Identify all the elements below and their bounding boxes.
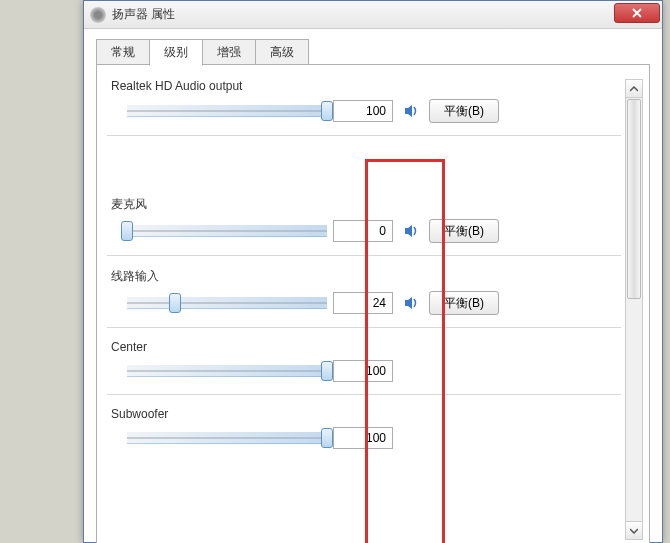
subwoofer-value[interactable] <box>333 427 393 449</box>
output-balance-button[interactable]: 平衡(B) <box>429 99 499 123</box>
levels-panel: Realtek HD Audio output 平衡(B) 麦克风 <box>96 65 650 543</box>
mic-mute-button[interactable] <box>399 219 423 243</box>
vertical-scrollbar[interactable] <box>625 79 643 540</box>
scroll-up-button[interactable] <box>626 80 642 98</box>
chevron-up-icon <box>630 86 638 92</box>
properties-dialog: 扬声器 属性 常规 级别 增强 高级 Realtek HD Audio outp… <box>83 0 663 543</box>
window-title: 扬声器 属性 <box>112 6 175 23</box>
linein-value[interactable] <box>333 292 393 314</box>
section-subwoofer: Subwoofer <box>107 407 621 461</box>
tab-strip: 常规 级别 增强 高级 <box>84 29 662 65</box>
mic-label: 麦克风 <box>111 196 621 213</box>
tab-advanced[interactable]: 高级 <box>255 39 309 65</box>
subwoofer-slider[interactable] <box>127 427 327 449</box>
section-output: Realtek HD Audio output 平衡(B) <box>107 79 621 136</box>
scroll-thumb[interactable] <box>627 99 641 299</box>
linein-label: 线路输入 <box>111 268 621 285</box>
speaker-icon <box>90 7 106 23</box>
subwoofer-label: Subwoofer <box>111 407 621 421</box>
output-label: Realtek HD Audio output <box>111 79 621 93</box>
section-linein: 线路输入 平衡(B) <box>107 268 621 328</box>
center-slider[interactable] <box>127 360 327 382</box>
chevron-down-icon <box>630 528 638 534</box>
linein-slider[interactable] <box>127 292 327 314</box>
output-slider[interactable] <box>127 100 327 122</box>
center-label: Center <box>111 340 621 354</box>
center-value[interactable] <box>333 360 393 382</box>
output-value[interactable] <box>333 100 393 122</box>
titlebar[interactable]: 扬声器 属性 <box>84 1 662 29</box>
tab-levels[interactable]: 级别 <box>149 39 203 66</box>
output-mute-button[interactable] <box>399 99 423 123</box>
scroll-down-button[interactable] <box>626 521 642 539</box>
close-icon <box>632 8 642 18</box>
linein-mute-button[interactable] <box>399 291 423 315</box>
tab-enhance[interactable]: 增强 <box>202 39 256 65</box>
close-button[interactable] <box>614 3 660 23</box>
speaker-icon <box>403 223 419 239</box>
speaker-icon <box>403 295 419 311</box>
mic-balance-button[interactable]: 平衡(B) <box>429 219 499 243</box>
section-mic: 麦克风 平衡(B) <box>107 196 621 256</box>
mic-slider[interactable] <box>127 220 327 242</box>
mic-value[interactable] <box>333 220 393 242</box>
section-center: Center <box>107 340 621 395</box>
tab-general[interactable]: 常规 <box>96 39 150 65</box>
speaker-icon <box>403 103 419 119</box>
linein-balance-button[interactable]: 平衡(B) <box>429 291 499 315</box>
